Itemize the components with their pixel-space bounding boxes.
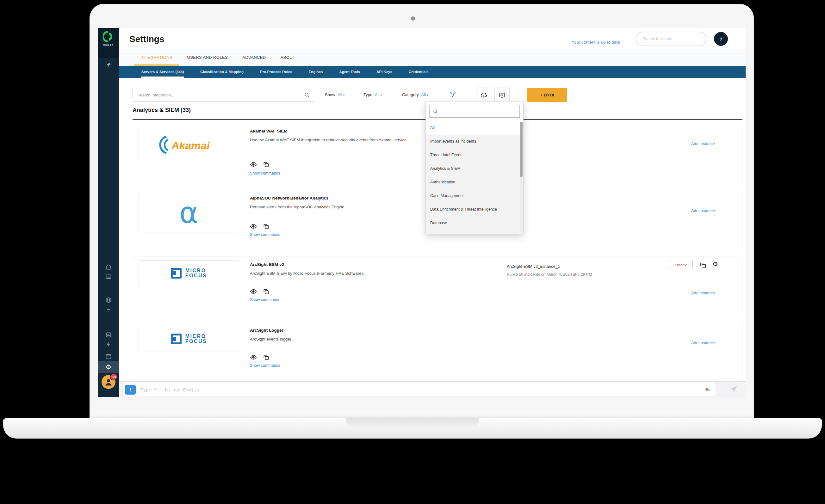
eye-icon[interactable]: [250, 223, 257, 230]
eye-icon[interactable]: [250, 161, 257, 168]
dropdown-item-all[interactable]: All: [426, 121, 523, 135]
chat-footer: ! M↓: [119, 381, 746, 397]
gear-glyph: ⚙: [106, 364, 112, 370]
show-filter[interactable]: Show:All▾: [325, 92, 345, 97]
microfocus-logo-line2: FOCUS: [185, 273, 207, 278]
inbox-icon[interactable]: [98, 272, 119, 281]
instance-divider: [507, 283, 712, 283]
tab-users-and-roles[interactable]: USERS AND ROLES: [187, 55, 228, 60]
app-screen: XSOAR: [98, 28, 746, 397]
dropdown-item-import-events[interactable]: Import events as incidents: [426, 135, 523, 148]
caret-down-icon: ▾: [427, 93, 428, 97]
chat-input[interactable]: [140, 383, 659, 397]
dropdown-item-database[interactable]: Database: [426, 216, 523, 230]
copy-icon[interactable]: [262, 161, 270, 168]
instance-settings-icon[interactable]: ⚙: [712, 261, 718, 267]
tab-advanced[interactable]: ADVANCED: [242, 55, 266, 60]
disable-button[interactable]: Disable: [670, 261, 693, 269]
incident-search: [635, 31, 706, 46]
chat-action-button[interactable]: !: [125, 385, 136, 395]
alphasoc-logo: α: [139, 194, 239, 232]
category-filter-label: Category:: [402, 92, 420, 97]
settings-tabs: INTEGRATIONS USERS AND ROLES ADVANCED AB…: [119, 49, 746, 66]
globe-icon[interactable]: [98, 295, 119, 305]
integration-name: ArcSight ESM v2: [250, 262, 284, 267]
copy-icon[interactable]: [262, 288, 270, 295]
xsoar-logo: XSOAR: [98, 28, 119, 58]
tab-about[interactable]: ABOUT: [281, 55, 295, 60]
byoi-button[interactable]: + BYOI: [527, 88, 567, 102]
dropdown-item-analytics-siem[interactable]: Analytics & SIEM: [426, 162, 523, 175]
dropdown-item-authentication[interactable]: Authentication: [426, 175, 523, 189]
home-icon[interactable]: [98, 262, 119, 272]
settings-icon[interactable]: ⚙: [98, 361, 119, 373]
add-instance-link[interactable]: Add instance: [691, 341, 715, 345]
dropdown-item-data-enrichment[interactable]: Data Enrichment & Threat Intelligence: [426, 203, 523, 216]
funnel-filter-icon[interactable]: [449, 90, 456, 98]
subnav-credentials[interactable]: Credentials: [409, 66, 429, 78]
camera-dot: [411, 16, 415, 20]
avatar[interactable]: +70: [101, 375, 116, 389]
calendar-icon[interactable]: [98, 352, 119, 361]
subnav-api-keys[interactable]: API Keys: [376, 66, 392, 78]
integrations-subnav: Servers & Services (444) Classification …: [119, 66, 746, 78]
filter-lines-icon[interactable]: [98, 305, 119, 314]
dropdown-item-threat-intel-feeds[interactable]: Threat Intel Feeds: [426, 148, 523, 162]
add-instance-link[interactable]: Add instance: [691, 208, 715, 213]
copy-icon[interactable]: [262, 354, 270, 361]
dropdown-search-input[interactable]: [430, 105, 519, 117]
metrics-icon: [499, 92, 506, 99]
send-icon[interactable]: [729, 385, 738, 394]
akamai-logo-text: Akamai: [171, 140, 210, 152]
laptop-notch: [346, 418, 479, 428]
chat-input-container: ! M↓: [123, 383, 716, 396]
caret-down-icon: ▾: [380, 93, 382, 97]
subnav-pre-process-rules[interactable]: Pre-Process Rules: [260, 66, 292, 78]
eye-icon[interactable]: [250, 354, 257, 361]
category-filter[interactable]: Category:All▾: [402, 92, 428, 97]
cloud-upload-icon: [480, 92, 487, 99]
content-status-link[interactable]: Your content is up to date: [572, 40, 620, 45]
reports-icon[interactable]: [98, 330, 119, 340]
alphasoc-logo-text: α: [179, 198, 199, 228]
notification-badge: +70: [110, 373, 118, 381]
type-filter[interactable]: Type:All▾: [364, 92, 382, 97]
lightning-icon[interactable]: [98, 340, 119, 349]
tab-integrations[interactable]: INTEGRATIONS: [140, 55, 172, 60]
integration-name: Akamai WAF SIEM: [250, 129, 288, 134]
instance-name: ArcSight ESM v2_instance_1: [507, 264, 560, 269]
laptop-mockup: XSOAR: [0, 0, 825, 504]
show-commands-link[interactable]: Show commands: [250, 171, 280, 175]
eye-icon[interactable]: [250, 288, 257, 295]
show-commands-link[interactable]: Show commands: [250, 298, 280, 302]
integration-description: Use the Akamai WAF SIEM integration to r…: [250, 137, 408, 143]
integration-search: [133, 88, 314, 102]
add-instance-link[interactable]: Add instance: [691, 141, 715, 146]
upload-button[interactable]: [476, 88, 491, 103]
subnav-servers-services[interactable]: Servers & Services (444): [141, 66, 184, 78]
help-button[interactable]: ?: [714, 32, 728, 46]
microfocus-logo-mark: [171, 334, 181, 344]
metrics-button[interactable]: [495, 88, 510, 103]
show-commands-link[interactable]: Show commands: [250, 232, 280, 237]
add-instance-link[interactable]: Add instance: [691, 290, 715, 295]
subnav-agent-tools[interactable]: Agent Tools: [339, 66, 360, 78]
subnav-engines[interactable]: Engines: [309, 66, 323, 78]
xsoar-logo-icon: [103, 31, 114, 43]
integration-search-input[interactable]: [133, 88, 314, 101]
copy-icon[interactable]: [262, 223, 270, 230]
pin-icon[interactable]: [98, 60, 119, 70]
integration-description: Retrieve alerts from the AlphaSOC Analyt…: [250, 204, 344, 210]
show-commands-link[interactable]: Show commands: [250, 363, 280, 368]
instance-status: Pulled 50 incidents on March 4, 2020 at …: [507, 272, 592, 277]
search-icon: [433, 109, 438, 114]
sidebar: XSOAR: [98, 28, 119, 397]
incident-search-input[interactable]: [636, 32, 706, 46]
subnav-classification-mapping[interactable]: Classification & Mapping: [200, 66, 243, 78]
dropdown-item-case-management[interactable]: Case Management: [426, 189, 523, 203]
markdown-icon[interactable]: M↓: [705, 383, 710, 397]
integration-name: ArcSight Logger: [250, 328, 284, 333]
copy-instance-icon[interactable]: [699, 261, 707, 269]
integration-description: ArcSight events logger: [250, 336, 291, 342]
dropdown-scrollbar-thumb[interactable]: [520, 122, 523, 177]
